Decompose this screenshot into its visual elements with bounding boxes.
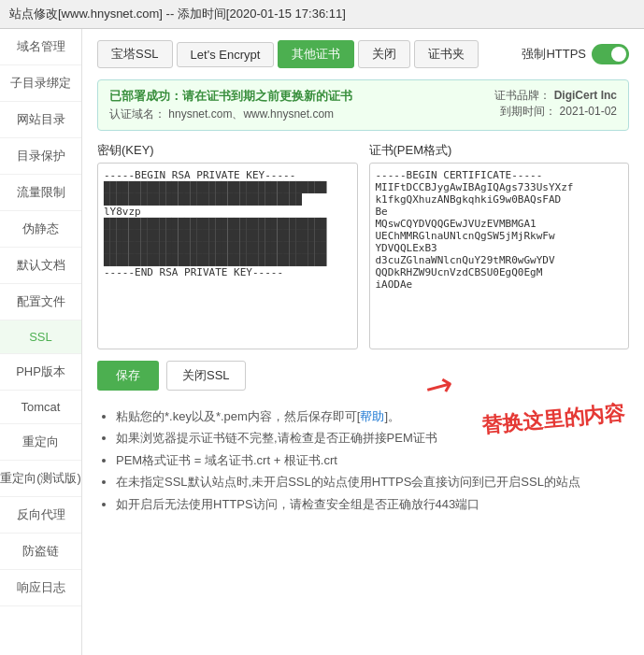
- success-status: 已部署成功：请在证书到期之前更换新的证书: [109, 88, 352, 105]
- help-link[interactable]: 帮助: [360, 409, 384, 423]
- cert-brand: DigiCert Inc: [554, 89, 617, 102]
- sidebar-item-redirect-test[interactable]: 重定向(测试版): [0, 461, 81, 497]
- sidebar-item-ssl[interactable]: SSL: [0, 320, 81, 354]
- cert-brand-row: 证书品牌： DigiCert Inc: [494, 88, 617, 104]
- brand-label: 证书品牌：: [494, 89, 551, 102]
- cert-section: 证书(PEM格式) -----BEGIN CERTIFICATE----- MI…: [369, 142, 630, 349]
- force-https-label: 强制HTTPS: [522, 46, 586, 63]
- key-label: 密钥(KEY): [97, 142, 358, 159]
- domain-values: hnysnet.com、www.hnysnet.com: [168, 107, 334, 121]
- tab-baota-ssl[interactable]: 宝塔SSL: [97, 40, 173, 68]
- tab-other-cert[interactable]: 其他证书: [278, 40, 354, 68]
- tabs-row: 宝塔SSL Let's Encrypt 其他证书 关闭 证书夹 强制HTTPS: [97, 40, 629, 68]
- sidebar-item-default-doc[interactable]: 默认文档: [0, 248, 81, 284]
- sidebar-item-domain-mgmt[interactable]: 域名管理: [0, 29, 81, 65]
- sidebar-item-dir-protect[interactable]: 目录保护: [0, 138, 81, 175]
- help-item-4: 如开启后无法使用HTTPS访问，请检查安全组是否正确放行443端口: [116, 493, 629, 515]
- cert-textarea[interactable]: -----BEGIN CERTIFICATE----- MIIFtDCCBJyg…: [369, 163, 630, 349]
- sidebar-item-hotlink[interactable]: 防盗链: [0, 534, 81, 570]
- domain-label: 认证域名：: [109, 107, 165, 121]
- sidebar-item-response-log[interactable]: 响应日志: [0, 570, 81, 606]
- key-section: 密钥(KEY) -----BEGIN RSA PRIVATE KEY----- …: [97, 142, 358, 349]
- sidebar-item-pseudo-static[interactable]: 伪静态: [0, 211, 81, 248]
- force-https-toggle-area: 强制HTTPS: [522, 44, 629, 64]
- success-banner-left: 已部署成功：请在证书到期之前更换新的证书 认证域名： hnysnet.com、w…: [109, 88, 352, 122]
- sidebar-item-website-dir[interactable]: 网站目录: [0, 102, 81, 138]
- sidebar-item-config-file[interactable]: 配置文件: [0, 284, 81, 320]
- cert-label: 证书(PEM格式): [369, 142, 630, 159]
- force-https-toggle[interactable]: [592, 44, 629, 64]
- key-textarea[interactable]: -----BEGIN RSA PRIVATE KEY----- ████████…: [97, 163, 358, 349]
- sidebar-item-redirect[interactable]: 重定向: [0, 424, 81, 461]
- close-ssl-button[interactable]: 关闭SSL: [166, 361, 246, 391]
- expire-label: 到期时间：: [500, 105, 556, 118]
- content-area: 宝塔SSL Let's Encrypt 其他证书 关闭 证书夹 强制HTTPS …: [82, 29, 644, 655]
- tab-cert-folder[interactable]: 证书夹: [414, 40, 479, 68]
- key-cert-area: 密钥(KEY) -----BEGIN RSA PRIVATE KEY----- …: [97, 142, 629, 349]
- sidebar-item-reverse-proxy[interactable]: 反向代理: [0, 497, 81, 534]
- help-item-3: 在未指定SSL默认站点时,未开启SSL的站点使用HTTPS会直接访问到已开启SS…: [116, 471, 629, 492]
- save-button[interactable]: 保存: [97, 361, 159, 391]
- cert-expire-row: 到期时间： 2021-01-02: [494, 104, 617, 120]
- tab-close[interactable]: 关闭: [358, 40, 410, 68]
- cert-domain: 认证域名： hnysnet.com、www.hnysnet.com: [109, 107, 352, 122]
- help-item-2: PEM格式证书 = 域名证书.crt + 根证书.crt: [116, 449, 629, 471]
- window-title: 站点修改[www.hnysnet.com] -- 添加时间[2020-01-15…: [0, 0, 644, 29]
- tab-lets-encrypt[interactable]: Let's Encrypt: [177, 42, 275, 67]
- sidebar-item-subdir-bind[interactable]: 子目录绑定: [0, 65, 81, 102]
- success-banner-right: 证书品牌： DigiCert Inc 到期时间： 2021-01-02: [494, 88, 617, 120]
- sidebar: 域名管理 子目录绑定 网站目录 目录保护 流量限制 伪静态 默认文档 配置文件 …: [0, 29, 82, 655]
- sidebar-item-traffic-limit[interactable]: 流量限制: [0, 175, 81, 211]
- sidebar-item-php-version[interactable]: PHP版本: [0, 354, 81, 391]
- sidebar-item-tomcat[interactable]: Tomcat: [0, 391, 81, 424]
- action-buttons: 保存 关闭SSL: [97, 361, 629, 391]
- success-banner: 已部署成功：请在证书到期之前更换新的证书 认证域名： hnysnet.com、w…: [97, 79, 629, 131]
- expire-date: 2021-01-02: [560, 105, 617, 118]
